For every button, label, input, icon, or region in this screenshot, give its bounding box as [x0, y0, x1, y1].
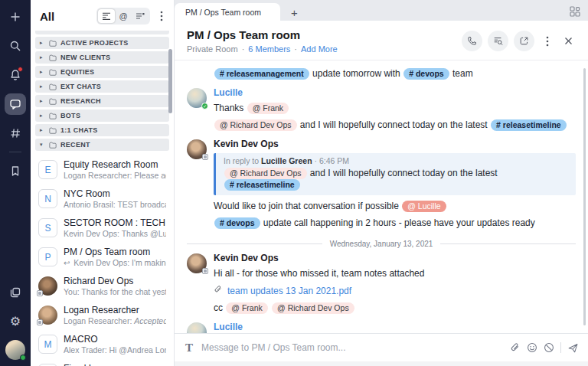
sidebar-scrollbar[interactable] [168, 49, 172, 113]
hashtag-pill[interactable]: # releasetimeline [491, 119, 567, 131]
message-text: Hi all - for those who missed it, team n… [214, 268, 424, 279]
message-line: # devops update call happening in 2 hour… [214, 217, 576, 229]
quoted-reply[interactable]: In reply to Lucille Green · 6:46 PM@ Ric… [214, 153, 576, 195]
messages-scrollbar[interactable] [583, 68, 586, 325]
emoji-icon[interactable] [527, 342, 537, 353]
chat-list-item[interactable]: EEquity Research RoomLogan Researcher: P… [31, 155, 174, 185]
hashtag-icon [9, 127, 21, 139]
sidebar-section-recent[interactable]: ▾RECENT [35, 139, 169, 151]
sidebar-header: All @ [31, 0, 174, 31]
search-button[interactable] [5, 35, 26, 57]
chat-item-texts: SECTOR ROOM : TECHKevin Dev Ops: Thanks … [64, 217, 166, 239]
message-body: LucilleOf course @ Kevin Dev Ops have ad… [214, 321, 576, 333]
sidebar-section[interactable]: ▸EXT CHATS [35, 80, 169, 93]
message-text [269, 302, 271, 313]
hashtag-pill[interactable]: # devops [403, 68, 449, 80]
caret-right-icon: ▸ [40, 98, 45, 104]
call-button[interactable] [462, 31, 482, 51]
hashtag-pill[interactable]: # releasemanagement [214, 68, 309, 80]
disable-icon[interactable] [544, 342, 554, 353]
main-area: PM / Ops Team room + PM / Ops Team room … [175, 0, 588, 366]
dot-separator: · [294, 44, 297, 54]
chat-list-item[interactable]: MMACROAlex Trader: Hi @Andrea Long (EQ .… [31, 330, 174, 359]
paperclip-icon[interactable] [510, 342, 521, 353]
mention-pill[interactable]: @ Richard Dev Ops [214, 119, 297, 131]
section-label: EQUITIES [60, 68, 94, 76]
sort-filter-button[interactable] [98, 9, 115, 23]
message-avatar[interactable] [187, 253, 207, 273]
text-format-button[interactable]: T [185, 341, 193, 355]
chat-list-item[interactable]: NNYC RoomAntonio Brasil: TEST broadcast [31, 185, 174, 214]
chat-item-name: MACRO [64, 334, 166, 345]
window-bottom-strip [175, 361, 588, 366]
message-text: cc [214, 302, 225, 313]
mention-pill[interactable]: @ Richard Dev Ops [224, 168, 307, 179]
letter-avatar: S [38, 218, 57, 237]
chat-item-name: Logan Researcher [64, 305, 166, 316]
popout-button[interactable] [514, 31, 534, 51]
chat-list-item[interactable]: Logan ResearcherLogan Researcher: Accept… [31, 301, 174, 330]
message: ✓LucilleOf course @ Kevin Dev Ops have a… [187, 321, 576, 333]
settings-button[interactable]: ⚙ [5, 311, 26, 332]
self-mention-pill[interactable]: @ Lucille [402, 201, 446, 212]
members-link[interactable]: 6 Members [248, 44, 290, 54]
create-button[interactable] [5, 6, 26, 28]
user-avatar[interactable] [5, 340, 25, 360]
windows-button[interactable] [5, 282, 26, 303]
sidebar-section[interactable]: ▸EQUITIES [35, 66, 169, 78]
message-author[interactable]: Lucille [214, 87, 576, 99]
chat-item-preview: Alex Trader: Hi @Andrea Long (EQ ... [64, 345, 166, 355]
message-author[interactable]: Lucille [214, 322, 576, 333]
send-icon[interactable] [567, 342, 579, 354]
chat-list-item[interactable]: FFixed IncomeRaline Wijaya: test blast [31, 359, 174, 366]
add-more-link[interactable]: Add More [301, 44, 338, 54]
mention-pill[interactable]: @ Richard Dev Ops [272, 302, 354, 314]
windows-icon [9, 286, 21, 299]
tab-pm-ops-team-room[interactable]: PM / Ops Team room [175, 3, 280, 21]
hashtag-pill[interactable]: # releasetimeline [224, 179, 300, 191]
search-conversation-icon [493, 36, 503, 46]
paperclip-icon-wrap [214, 285, 223, 297]
chats-button[interactable] [5, 93, 26, 115]
tab-label: PM / Ops Team room [185, 8, 261, 17]
notifications-button[interactable] [5, 64, 26, 86]
message-author[interactable]: Kevin Dev Ops [214, 253, 576, 264]
message-avatar[interactable]: ✓ [187, 322, 207, 333]
message-line: Thanks @ Frank [214, 103, 576, 114]
sidebar-section[interactable]: ▸NEW CLIENTS [35, 51, 169, 64]
letter-avatar: P [38, 247, 57, 266]
message-input[interactable] [201, 342, 501, 353]
file-attachment-link[interactable]: team updates 13 Jan 2021.pdf [214, 285, 351, 297]
message-author[interactable]: Kevin Dev Ops [214, 139, 576, 150]
sidebar-section[interactable]: ▸BOTS [35, 109, 169, 122]
sidebar-section[interactable]: ▸1:1 CHATS [35, 124, 169, 136]
mentions-filter-button[interactable]: @ [115, 9, 132, 23]
message-avatar[interactable]: ✓ [187, 88, 207, 108]
mention-pill[interactable]: @ Frank [226, 302, 267, 314]
hashtag-pill[interactable]: # devops [214, 217, 260, 229]
avatar-spacer [187, 66, 207, 67]
external-badge-icon [37, 319, 43, 325]
sidebar-menu-button[interactable] [155, 11, 168, 21]
layout-button[interactable] [570, 6, 580, 17]
new-tab-button[interactable]: + [291, 8, 298, 18]
close-module-button[interactable] [560, 31, 576, 51]
chat-list-item[interactable]: PPM / Ops Team room↩ Kevin Dev Ops: I'm … [31, 243, 174, 272]
chat-list-item[interactable]: SSECTOR ROOM : TECHKevin Dev Ops: Thanks… [31, 214, 174, 243]
message-body: Kevin Dev OpsIn reply to Lucille Green ·… [214, 138, 576, 234]
folder-icon-wrap [49, 65, 57, 79]
chat-item-texts: PM / Ops Team room↩ Kevin Dev Ops: I'm m… [64, 247, 166, 268]
bookmarks-button[interactable] [5, 160, 26, 181]
directory-button[interactable] [5, 123, 26, 144]
message-avatar[interactable] [187, 139, 207, 159]
chat-item-texts: Logan ResearcherLogan Researcher: Accept… [64, 305, 166, 326]
mention-pill[interactable]: @ Frank [247, 103, 289, 114]
conversation-menu-button[interactable] [540, 31, 555, 51]
sidebar-section[interactable]: ▸ACTIVE PROJECTS [35, 37, 169, 49]
sidebar-section[interactable]: ▸RESEARCH [35, 95, 169, 107]
letter-avatar: E [38, 160, 57, 179]
chat-list-item[interactable]: Richard Dev OpsYou: Thanks for the chat … [31, 272, 174, 301]
unread-filter-button[interactable] [132, 9, 149, 23]
chat-list: EEquity Research RoomLogan Researcher: P… [31, 153, 174, 366]
search-in-conversation-button[interactable] [488, 31, 508, 51]
